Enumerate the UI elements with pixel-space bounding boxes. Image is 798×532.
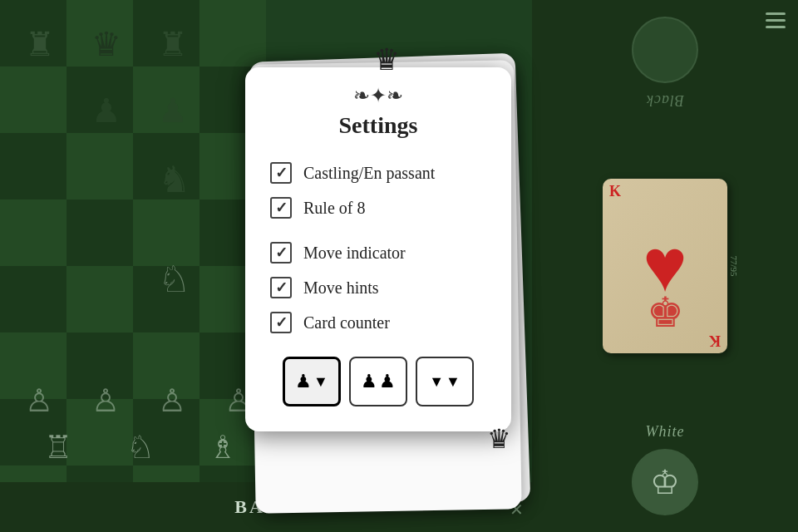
checkbox-move-indicator-label: Move indicator <box>303 244 406 263</box>
checkbox-castling-label: Castling/En passant <box>303 164 435 183</box>
check-mark: ✓ <box>275 165 288 180</box>
icon-button-3-filter1: ▼ <box>429 373 444 391</box>
icon-button-2[interactable]: ♟ ♟ <box>349 357 407 406</box>
card-stack: ♛ ❧✦❧ Settings ✓ Castling/En passant <box>245 67 528 431</box>
check-box-move-indicator: ✓ <box>270 242 292 264</box>
checkbox-move-hints-label: Move hints <box>303 278 379 298</box>
checkbox-move-indicator[interactable]: ✓ Move indicator <box>270 235 486 270</box>
card-top-piece: ♛ <box>373 42 400 77</box>
check-mark: ✓ <box>275 315 288 330</box>
checkbox-card-counter[interactable]: ✓ Card counter <box>270 305 486 340</box>
svg-text:❧✦❧: ❧✦❧ <box>353 85 403 106</box>
checkbox-rule8[interactable]: ✓ Rule of 8 <box>270 190 486 225</box>
checkbox-card-counter-label: Card counter <box>303 313 390 332</box>
icon-button-2-pawn2: ♟ <box>379 371 396 392</box>
card-bottom-piece: ♛ <box>487 423 511 455</box>
check-mark: ✓ <box>275 280 288 295</box>
check-mark: ✓ <box>275 245 288 260</box>
checkbox-castling[interactable]: ✓ Castling/En passant <box>270 155 486 190</box>
checkbox-move-hints[interactable]: ✓ Move hints <box>270 270 486 305</box>
icon-buttons-row: ♟ ▼ ♟ ♟ ▼ ▼ <box>270 357 486 406</box>
ornament: ❧✦❧ <box>270 84 486 109</box>
icon-button-1-filter: ▼ <box>313 373 328 391</box>
icon-button-1[interactable]: ♟ ▼ <box>283 357 341 406</box>
checkbox-rule8-label: Rule of 8 <box>303 199 365 218</box>
modal-overlay: ♛ ❧✦❧ Settings ✓ Castling/En passant <box>0 0 798 532</box>
icon-button-1-pawn: ♟ <box>295 371 312 392</box>
checkbox-list: ✓ Castling/En passant ✓ Rule of 8 ✓ Move… <box>270 155 486 340</box>
check-box-castling: ✓ <box>270 162 292 184</box>
icon-button-3-filter2: ▼ <box>446 373 461 391</box>
settings-title: Settings <box>270 112 486 139</box>
icon-button-3[interactable]: ▼ ▼ <box>416 357 474 406</box>
check-mark: ✓ <box>275 200 288 215</box>
check-box-card-counter: ✓ <box>270 312 292 333</box>
icon-button-2-pawn1: ♟ <box>361 371 377 392</box>
settings-card: ❧✦❧ Settings ✓ Castling/En passant ✓ Rul… <box>245 67 511 431</box>
check-box-rule8: ✓ <box>270 197 292 219</box>
spacer <box>270 225 486 235</box>
check-box-move-hints: ✓ <box>270 277 292 298</box>
